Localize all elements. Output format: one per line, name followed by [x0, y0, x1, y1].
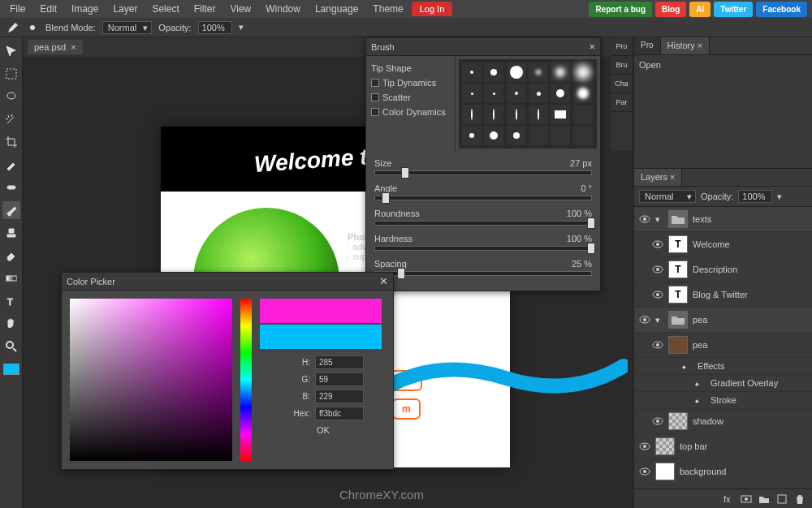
crop-tool[interactable] [2, 133, 20, 151]
report-bug-button[interactable]: Report a bug [589, 2, 652, 17]
layer-row[interactable]: pea [634, 333, 812, 358]
tab-pro[interactable]: Pro [634, 37, 661, 54]
menu-edit[interactable]: Edit [33, 1, 63, 17]
folder-icon[interactable] [758, 493, 770, 505]
ok-button[interactable]: OK [317, 425, 385, 435]
close-icon[interactable]: × [698, 41, 702, 50]
layer-row[interactable]: T Blog & Twitter [634, 282, 812, 308]
checkbox-icon[interactable] [371, 79, 379, 87]
visibility-icon[interactable] [652, 289, 663, 300]
visibility-icon[interactable] [639, 466, 650, 477]
slider-thumb[interactable] [397, 268, 405, 279]
slider-thumb[interactable] [587, 243, 595, 254]
wand-tool[interactable] [2, 110, 20, 128]
ai-button[interactable]: AI [689, 2, 710, 17]
heal-tool[interactable] [2, 179, 20, 196]
visibility-icon[interactable] [639, 314, 650, 325]
color-input[interactable] [315, 372, 364, 386]
brush-tab-color-dynamics[interactable]: Color Dynamics [371, 105, 450, 119]
color-input[interactable] [315, 355, 364, 369]
brush-preset[interactable] [573, 105, 593, 124]
slider-track[interactable] [374, 246, 592, 251]
layer-row[interactable]: shadow [634, 409, 812, 434]
mask-icon[interactable] [741, 493, 752, 505]
brush-preset[interactable] [462, 126, 482, 145]
gradient-tool[interactable] [2, 269, 20, 287]
foreground-color[interactable] [3, 364, 19, 375]
menu-file[interactable]: File [3, 1, 32, 17]
brush-tab-tip-dynamics[interactable]: Tip Dynamics [371, 75, 450, 90]
brush-preset[interactable] [507, 62, 526, 82]
move-tool[interactable] [2, 42, 20, 60]
menu-language[interactable]: Language [309, 1, 365, 17]
close-icon[interactable]: × [670, 172, 675, 182]
layer-opacity-input[interactable]: 100% [738, 190, 772, 203]
visibility-icon[interactable] [652, 415, 663, 427]
slider-track[interactable] [374, 196, 592, 200]
brush-preset[interactable] [507, 105, 526, 124]
lasso-tool[interactable] [2, 88, 20, 105]
facebook-button[interactable]: Facebook [756, 2, 807, 17]
color-field[interactable] [70, 299, 232, 461]
opacity-input[interactable]: 100% [198, 21, 232, 34]
menu-filter[interactable]: Filter [188, 1, 222, 17]
menu-view[interactable]: View [223, 1, 257, 17]
menu-image[interactable]: Image [65, 1, 105, 17]
menu-window[interactable]: Window [259, 1, 307, 17]
mini-tab-cha[interactable]: Cha [611, 75, 633, 93]
brush-preset[interactable] [529, 84, 548, 103]
brush-preset[interactable] [573, 84, 593, 103]
slider-thumb[interactable] [401, 167, 409, 179]
brush-preset[interactable] [551, 62, 570, 82]
close-icon[interactable]: ✕ [379, 275, 388, 287]
brush-preset[interactable] [507, 84, 526, 103]
close-icon[interactable]: × [589, 41, 595, 53]
layer-row[interactable]: ⬥ Effects [634, 358, 812, 375]
visibility-icon[interactable] [652, 264, 663, 275]
type-tool[interactable]: T [2, 292, 20, 310]
layer-row[interactable]: ⬥ Gradient Overlay [634, 375, 812, 392]
trash-icon[interactable] [794, 493, 806, 505]
brush-tab-scatter[interactable]: Scatter [371, 90, 450, 105]
color-input[interactable] [315, 390, 364, 403]
login-button[interactable]: Log In [412, 2, 453, 16]
blog-button[interactable]: Blog [655, 2, 686, 17]
layer-row[interactable]: T Welcome [634, 232, 812, 257]
checkbox-icon[interactable] [371, 108, 379, 116]
hue-slider[interactable] [240, 299, 252, 461]
hand-tool[interactable] [2, 315, 20, 333]
brush-tool[interactable] [2, 201, 20, 219]
brush-preset[interactable] [551, 126, 570, 145]
layer-row[interactable]: T Description [634, 257, 812, 282]
brush-preset[interactable] [529, 105, 548, 124]
brush-preset[interactable] [462, 62, 482, 82]
brush-preset[interactable] [529, 62, 548, 82]
marquee-tool[interactable] [2, 65, 20, 83]
brush-tab-tip-shape[interactable]: Tip Shape [371, 61, 450, 75]
brush-preset[interactable] [551, 105, 570, 124]
layer-blend-select[interactable]: Normal [639, 190, 696, 203]
slider-thumb[interactable] [382, 192, 390, 204]
chevron-down-icon[interactable]: ▾ [239, 22, 244, 32]
eyedropper-tool[interactable] [2, 156, 20, 174]
blend-mode-select[interactable]: Normal [102, 21, 152, 34]
menu-theme[interactable]: Theme [366, 1, 409, 17]
brush-preset[interactable] [573, 62, 593, 82]
brush-preset[interactable] [462, 105, 482, 124]
visibility-icon[interactable] [639, 441, 650, 452]
tab-history[interactable]: History × [661, 37, 710, 54]
chevron-down-icon[interactable]: ▾ [655, 214, 663, 225]
visibility-icon[interactable] [639, 213, 650, 225]
brush-preset[interactable] [462, 84, 482, 103]
brush-preset[interactable] [484, 84, 503, 103]
eraser-tool[interactable] [2, 247, 20, 265]
layer-row[interactable]: ▾ texts [634, 207, 812, 232]
brush-preset[interactable] [484, 126, 503, 145]
fx-icon[interactable]: fx [723, 493, 734, 505]
history-item[interactable]: Open [639, 60, 807, 70]
tab-layers[interactable]: Layers × [634, 169, 682, 186]
new-layer-icon[interactable] [776, 493, 788, 505]
layer-row[interactable]: ⬥ Stroke [634, 392, 812, 409]
brush-preset[interactable] [573, 126, 593, 145]
document-tab[interactable]: pea.psd × [28, 40, 83, 54]
